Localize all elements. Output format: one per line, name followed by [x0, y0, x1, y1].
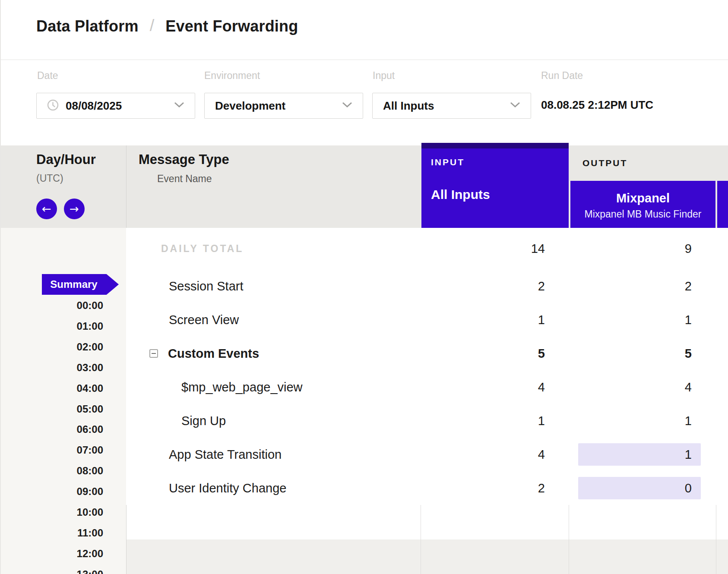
hour-row-13-00[interactable]: 13:00: [1, 568, 103, 574]
event-label-cell: App State Transition: [126, 438, 421, 471]
hour-row-01-00[interactable]: 01:00: [1, 320, 103, 332]
event-rows: Session Start22Screen View11Custom Event…: [126, 269, 728, 505]
run-date-label: Run Date: [541, 70, 583, 82]
event-label-cell: Custom Events: [126, 337, 421, 370]
input-count: 5: [421, 337, 569, 370]
input-dropdown[interactable]: All Inputs: [372, 93, 531, 119]
next-output-column-header[interactable]: [717, 181, 728, 228]
hour-row-04-00[interactable]: 04:00: [1, 382, 103, 394]
event-row: Screen View11: [126, 303, 728, 337]
daily-total-row: DAILY TOTAL 14 9: [126, 228, 728, 269]
output-count-cell: 1: [569, 303, 716, 337]
hour-row-09-00[interactable]: 09:00: [1, 486, 103, 498]
clock-icon: [47, 99, 59, 113]
event-row: Session Start22: [126, 269, 728, 303]
day-hour-timezone: (UTC): [36, 173, 63, 184]
input-count: 1: [421, 303, 569, 337]
output-column-subtitle: Mixpanel MB Music Finder: [570, 208, 715, 220]
breadcrumb-data-platform[interactable]: Data Platform: [36, 17, 139, 35]
input-filter-label: Input: [373, 70, 395, 82]
day-hour-header: Day/Hour: [36, 152, 96, 167]
output-group-label: OUTPUT: [582, 158, 627, 168]
hour-row-10-00[interactable]: 10:00: [1, 506, 103, 518]
output-column-header[interactable]: Mixpanel Mixpanel MB Music Finder: [570, 181, 715, 228]
output-count-cell: 4: [569, 370, 716, 404]
hour-row-07-00[interactable]: 07:00: [1, 444, 103, 456]
input-count: 2: [421, 269, 569, 303]
run-date-value: 08.08.25 2:12PM UTC: [541, 98, 653, 112]
event-label-cell: User Identity Change: [126, 471, 421, 505]
input-count: 4: [421, 438, 569, 471]
environment-value: Development: [215, 99, 285, 113]
output-count-cell: 0: [569, 471, 716, 505]
header-divider: [1, 60, 728, 60]
event-name: Session Start: [169, 279, 243, 293]
event-row: Custom Events55: [126, 337, 728, 370]
hour-row-05-00[interactable]: 05:00: [1, 403, 103, 415]
output-count-cell: 5: [569, 337, 716, 370]
page-title: Event Forwarding: [165, 17, 298, 35]
event-row: App State Transition41: [126, 438, 728, 471]
date-dropdown[interactable]: 08/08/2025: [36, 93, 195, 119]
output-count-highlighted[interactable]: 1: [578, 443, 701, 466]
environment-dropdown[interactable]: Development: [204, 93, 363, 119]
message-type-header: Message Type: [139, 152, 229, 167]
event-name: Custom Events: [168, 347, 259, 361]
event-forwarding-page: Data Platform / Event Forwarding Date En…: [0, 0, 728, 574]
event-row: Sign Up11: [126, 404, 728, 438]
date-filter-label: Date: [37, 70, 58, 82]
hour-row-03-00[interactable]: 03:00: [1, 362, 103, 374]
input-column-header[interactable]: [421, 143, 569, 228]
event-name: $mp_web_page_view: [181, 380, 303, 394]
input-count: 1: [421, 404, 569, 438]
event-row: User Identity Change20: [126, 471, 728, 505]
breadcrumb: Data Platform / Event Forwarding: [36, 15, 298, 38]
output-count-cell: 1: [569, 438, 716, 471]
input-group-label: INPUT: [431, 157, 465, 167]
hour-row-06-00[interactable]: 06:00: [1, 423, 103, 435]
environment-filter-label: Environment: [204, 70, 260, 82]
daily-total-output-value: 9: [569, 228, 716, 269]
hour-row-12-00[interactable]: 12:00: [1, 548, 103, 560]
hour-row-02-00[interactable]: 02:00: [1, 341, 103, 353]
daily-total-input-value: 14: [421, 228, 569, 269]
next-day-button[interactable]: →: [64, 199, 85, 219]
event-label-cell: Screen View: [126, 303, 421, 337]
summary-row-badge[interactable]: Summary: [42, 274, 119, 295]
chevron-down-icon: [174, 102, 184, 110]
hour-row-08-00[interactable]: 08:00: [1, 465, 103, 477]
input-count: 2: [421, 471, 569, 505]
chevron-down-icon: [510, 102, 520, 110]
hour-row-00-00[interactable]: 00:00: [1, 300, 103, 312]
date-value: 08/08/2025: [66, 99, 122, 113]
event-name: User Identity Change: [169, 481, 286, 495]
hour-row-11-00[interactable]: 11:00: [1, 527, 103, 539]
input-count: 4: [421, 370, 569, 404]
output-count-cell: 2: [569, 269, 716, 303]
input-column-name: All Inputs: [431, 187, 490, 202]
event-name: Sign Up: [181, 414, 226, 428]
output-column-name: Mixpanel: [570, 191, 715, 205]
event-row: $mp_web_page_view44: [126, 370, 728, 404]
output-count-cell: 1: [569, 404, 716, 438]
event-name: Screen View: [169, 313, 239, 327]
event-name-subheader: Event Name: [157, 173, 212, 185]
input-value: All Inputs: [383, 99, 434, 113]
event-label-cell: Sign Up: [126, 404, 421, 438]
collapse-minus-icon[interactable]: [149, 349, 158, 358]
event-label-cell: Session Start: [126, 269, 421, 303]
event-name: App State Transition: [169, 448, 282, 462]
grid-footer-band: [126, 539, 728, 574]
event-label-cell: $mp_web_page_view: [126, 370, 421, 404]
breadcrumb-separator: /: [150, 16, 155, 35]
chevron-down-icon: [342, 102, 352, 110]
daily-total-label: DAILY TOTAL: [161, 228, 244, 269]
previous-day-button[interactable]: ←: [36, 199, 57, 219]
output-count-highlighted[interactable]: 0: [578, 477, 701, 499]
input-column-top-strip: [421, 143, 569, 148]
